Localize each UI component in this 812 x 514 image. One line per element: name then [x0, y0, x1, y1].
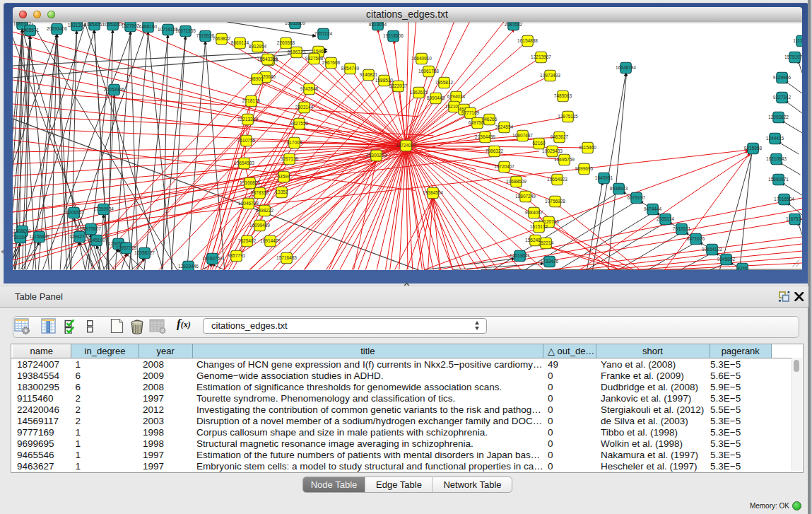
svg-text:16154838: 16154838 — [517, 38, 538, 43]
svg-text:10046788: 10046788 — [238, 201, 259, 206]
svg-text:1112043: 1112043 — [793, 38, 802, 43]
svg-text:12942737: 12942737 — [69, 234, 90, 239]
svg-text:1362615: 1362615 — [409, 90, 428, 95]
svg-text:21364436: 21364436 — [475, 134, 495, 139]
svg-text:417004: 417004 — [286, 140, 302, 145]
svg-text:98901: 98901 — [250, 76, 263, 81]
svg-text:12213967: 12213967 — [531, 54, 551, 59]
svg-text:17016504: 17016504 — [774, 197, 794, 201]
svg-text:10025433: 10025433 — [542, 148, 563, 153]
svg-text:13352: 13352 — [275, 189, 288, 194]
svg-text:10654122: 10654122 — [702, 247, 722, 252]
svg-text:1610755: 1610755 — [237, 138, 255, 143]
svg-text:12093822: 12093822 — [768, 115, 789, 119]
svg-text:18724007: 18724007 — [396, 143, 416, 148]
svg-text:8912954: 8912954 — [248, 44, 266, 49]
svg-text:3498222: 3498222 — [255, 208, 273, 213]
svg-text:2718176: 2718176 — [242, 98, 260, 103]
svg-text:12213319: 12213319 — [237, 117, 258, 122]
svg-text:1733426: 1733426 — [540, 259, 558, 264]
svg-text:1145190: 1145190 — [88, 238, 105, 243]
svg-text:7515526: 7515526 — [196, 33, 214, 38]
svg-text:7485063: 7485063 — [553, 93, 572, 98]
svg-text:9227342: 9227342 — [772, 95, 791, 100]
svg-text:16782759: 16782759 — [202, 256, 223, 261]
svg-text:7663822: 7663822 — [212, 36, 230, 41]
svg-text:16210643: 16210643 — [766, 156, 787, 161]
svg-text:8454749: 8454749 — [341, 66, 359, 71]
svg-text:9327508: 9327508 — [305, 56, 323, 61]
svg-text:10958127: 10958127 — [134, 250, 155, 255]
svg-text:9115460: 9115460 — [579, 145, 596, 150]
svg-text:7986322: 7986322 — [485, 148, 503, 153]
svg-text:9699695: 9699695 — [575, 166, 593, 171]
svg-text:9857791: 9857791 — [227, 253, 245, 258]
svg-text:39975867: 39975867 — [81, 226, 101, 231]
svg-text:19654983: 19654983 — [234, 160, 254, 165]
svg-text:1615132: 1615132 — [529, 224, 548, 229]
svg-text:16648784: 16648784 — [616, 65, 636, 70]
svg-text:15751074: 15751074 — [784, 54, 802, 59]
svg-text:1527602: 1527602 — [121, 23, 139, 28]
svg-text:1244415: 1244415 — [765, 136, 784, 141]
svg-text:2967608: 2967608 — [322, 60, 340, 65]
svg-text:15716485: 15716485 — [276, 255, 297, 260]
svg-text:9084067: 9084067 — [524, 210, 543, 215]
svg-text:17359934: 17359934 — [93, 206, 114, 211]
svg-text:12156829: 12156829 — [29, 234, 49, 239]
svg-text:15720407: 15720407 — [494, 164, 514, 169]
svg-text:8186323: 8186323 — [287, 49, 305, 54]
svg-text:6794024: 6794024 — [447, 94, 465, 99]
svg-text:15692971: 15692971 — [768, 177, 789, 182]
svg-text:20053346: 20053346 — [104, 87, 124, 92]
svg-text:20206551: 20206551 — [64, 210, 84, 215]
svg-text:746266: 746266 — [481, 117, 497, 122]
svg-text:17957225: 17957225 — [116, 245, 136, 250]
svg-text:53594: 53594 — [277, 174, 290, 179]
svg-text:18807249: 18807249 — [515, 194, 536, 199]
svg-text:2803144: 2803144 — [295, 105, 313, 110]
svg-text:7955812: 7955812 — [435, 80, 453, 85]
svg-text:16543362: 16543362 — [257, 57, 278, 62]
svg-text:16914479: 16914479 — [260, 238, 281, 243]
svg-text:252214: 252214 — [538, 240, 553, 245]
svg-text:8660124: 8660124 — [230, 40, 249, 45]
svg-text:6466160: 6466160 — [139, 24, 157, 29]
svg-text:13975115: 13975115 — [558, 114, 578, 119]
svg-text:16961758: 16961758 — [418, 69, 439, 74]
svg-text:9129966: 9129966 — [772, 75, 791, 80]
svg-text:1167534: 1167534 — [786, 216, 802, 221]
svg-text:19384554: 19384554 — [423, 190, 443, 195]
svg-text:9474444: 9474444 — [643, 206, 661, 211]
svg-text:10688609: 10688609 — [506, 179, 526, 184]
svg-text:8215958: 8215958 — [743, 146, 762, 151]
svg-text:9777169: 9777169 — [461, 110, 479, 115]
svg-text:19218506: 19218506 — [383, 33, 404, 38]
svg-text:1640951: 1640951 — [594, 175, 613, 180]
svg-text:10973493: 10973493 — [540, 73, 560, 78]
svg-text:8322037: 8322037 — [389, 83, 407, 88]
svg-text:1405571: 1405571 — [20, 28, 39, 33]
svg-text:5878333: 5878333 — [250, 190, 269, 195]
svg-text:3267130: 3267130 — [280, 156, 298, 161]
svg-text:15495759: 15495759 — [554, 157, 575, 162]
svg-text:10756928: 10756928 — [545, 199, 565, 204]
svg-text:8471676: 8471676 — [686, 236, 705, 241]
svg-text:8990448: 8990448 — [426, 95, 445, 100]
svg-text:20691406: 20691406 — [47, 26, 67, 31]
svg-text:6679197: 6679197 — [627, 195, 645, 200]
svg-text:7357224: 7357224 — [314, 31, 332, 36]
svg-text:2935114: 2935114 — [657, 216, 674, 221]
svg-text:19654923: 19654923 — [547, 177, 567, 182]
svg-text:62160: 62160 — [532, 141, 545, 146]
svg-text:3624554: 3624554 — [495, 124, 513, 129]
svg-text:8427552: 8427552 — [290, 121, 308, 126]
svg-text:12923446: 12923446 — [178, 264, 199, 269]
svg-text:25300203: 25300203 — [366, 153, 387, 158]
svg-text:16671355: 16671355 — [175, 28, 196, 33]
svg-text:14613641: 14613641 — [510, 253, 530, 258]
svg-text:9245652: 9245652 — [717, 257, 735, 262]
svg-text:19166825: 19166825 — [240, 180, 260, 185]
svg-text:9463627: 9463627 — [550, 134, 568, 139]
svg-text:9146821: 9146821 — [359, 72, 377, 77]
